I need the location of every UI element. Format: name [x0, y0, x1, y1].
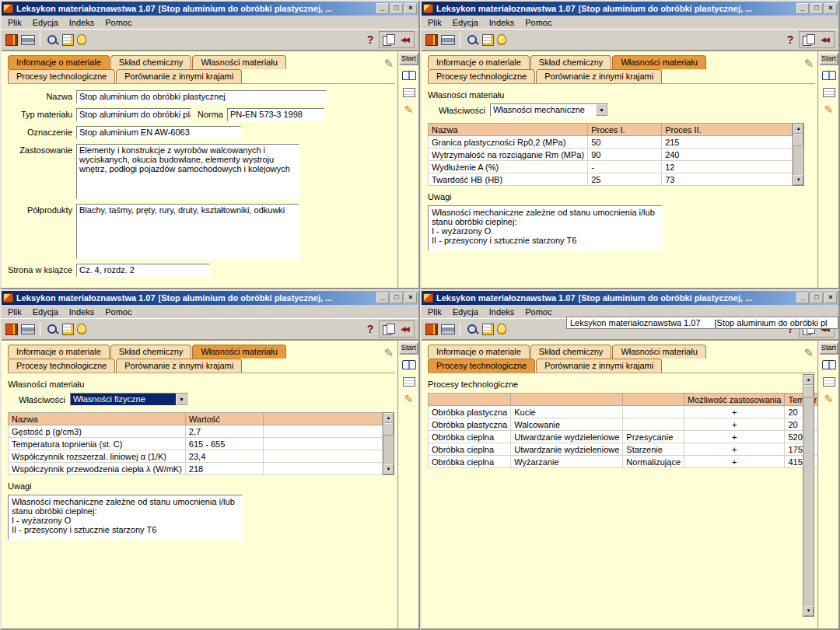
table-row[interactable]: Obróbka cieplna Wyżarzanie Normalizujące… [429, 456, 839, 468]
table-row[interactable]: Gęstość p (g/cm3) 2,7 [9, 425, 383, 438]
minimize-button[interactable]: _ [376, 3, 389, 14]
exit-icon[interactable] [425, 324, 438, 335]
search-icon[interactable] [45, 33, 59, 46]
scroll-thumb[interactable] [803, 385, 814, 397]
book-icon[interactable] [401, 68, 418, 82]
tab-porownanie[interactable]: Porównanie z innymi krajami [536, 359, 662, 373]
tab-procesy-technologiczne[interactable]: Procesy technologiczne [8, 359, 115, 373]
polprodukty-field[interactable]: Blachy, taśmy, pręty, rury, druty, kszta… [76, 204, 299, 259]
tab-procesy-technologiczne[interactable]: Procesy technologiczne [428, 69, 535, 83]
maximize-button[interactable]: □ [810, 3, 823, 14]
edit-pencil-icon[interactable]: ✎ [383, 57, 394, 71]
column-header[interactable] [511, 394, 623, 406]
minimize-button[interactable]: _ [376, 292, 389, 303]
table-row[interactable]: Twardość HB (HB) 25 73 [429, 173, 793, 186]
table-scrollbar[interactable]: ▲ ▼ [793, 123, 804, 186]
column-header[interactable] [429, 394, 511, 406]
uwagi-field[interactable]: Własności mechaniczne zależne od stanu u… [428, 205, 663, 250]
hint-icon[interactable] [497, 34, 506, 45]
index-icon[interactable] [482, 34, 494, 46]
start-button[interactable]: Start [819, 53, 838, 65]
table-row[interactable]: Współczynnik rozszerzal. liniowej α (1/K… [9, 450, 383, 463]
wlasciwosci-dropdown[interactable]: Własności fizyczne ▼ [70, 393, 188, 406]
tab-informacje-o-materiale[interactable]: Informacje o materiale [8, 55, 110, 69]
titlebar[interactable]: Leksykon materiałoznawstwa 1.07 [Stop al… [2, 291, 418, 305]
dropdown-arrow-icon[interactable]: ▼ [176, 394, 187, 405]
scroll-track[interactable] [803, 397, 814, 606]
wlasciwosci-dropdown[interactable]: Własności mechaniczne ▼ [490, 103, 608, 117]
menu-pomoc[interactable]: Pomoc [520, 17, 557, 28]
scroll-down-icon[interactable]: ▼ [793, 175, 803, 185]
titlebar[interactable]: Leksykon materiałoznawstwa 1.07 [Stop al… [422, 291, 838, 305]
column-header[interactable]: Proces II. [662, 124, 793, 136]
search-icon[interactable] [465, 323, 479, 335]
dropdown-arrow-icon[interactable]: ▼ [596, 104, 607, 116]
column-header[interactable] [623, 394, 684, 406]
book-icon[interactable] [821, 358, 838, 372]
cards-icon[interactable] [401, 86, 418, 100]
tab-informacje-o-materiale[interactable]: Informacje o materiale [8, 345, 110, 359]
table-row[interactable]: Obróbka cieplna Utwardzanie wydzieleniow… [429, 443, 839, 456]
scroll-track[interactable] [793, 146, 803, 175]
menu-edycja[interactable]: Edycja [447, 306, 484, 317]
edit-pencil-icon[interactable]: ✎ [803, 57, 814, 71]
strona-w-ksiazce-field[interactable]: Cz. 4, rozdz. 2 [76, 264, 210, 277]
scroll-thumb[interactable] [793, 134, 803, 146]
exit-icon[interactable] [5, 324, 18, 335]
menu-edycja[interactable]: Edycja [27, 17, 64, 28]
table-row[interactable]: Współczynnik przewodzenia ciepła λ (W/mK… [9, 463, 383, 475]
column-header[interactable] [263, 413, 382, 425]
close-button[interactable]: × [404, 292, 417, 303]
cards-icon[interactable] [401, 375, 418, 389]
tab-wlasnosci-materialu[interactable]: Własności materiału [192, 55, 285, 69]
maximize-button[interactable]: □ [390, 292, 403, 303]
scroll-up-icon[interactable]: ▲ [793, 124, 803, 134]
table-row[interactable]: Obróbka plastyczna Kucie + 20 [429, 406, 839, 418]
close-button[interactable]: × [404, 3, 417, 14]
start-button[interactable]: Start [819, 342, 838, 355]
edit-pencil-icon[interactable]: ✎ [383, 346, 394, 360]
edit-pencil-icon[interactable]: ✎ [803, 346, 814, 360]
column-header[interactable]: Proces I. [588, 124, 662, 136]
menu-indeks[interactable]: Indeks [484, 17, 520, 28]
menu-pomoc[interactable]: Pomoc [520, 306, 557, 317]
pages-icon[interactable] [382, 323, 395, 335]
tab-porownanie[interactable]: Porównanie z innymi krajami [116, 359, 242, 373]
page-scrollbar[interactable]: ▲ ▼ [803, 374, 814, 617]
pencil-icon[interactable]: ✎ [821, 392, 838, 406]
cards-icon[interactable] [821, 86, 838, 100]
tab-sklad-chemiczny[interactable]: Skład chemiczny [110, 55, 192, 69]
table-row[interactable]: Obróbka cieplna Utwardzanie wydzieleniow… [429, 431, 839, 443]
hint-icon[interactable] [77, 324, 86, 334]
tab-sklad-chemiczny[interactable]: Skład chemiczny [530, 55, 612, 69]
start-button[interactable]: Start [399, 342, 418, 355]
menu-edycja[interactable]: Edycja [27, 306, 64, 317]
column-header[interactable]: Nazwa [429, 124, 588, 136]
pages-icon[interactable] [382, 33, 395, 46]
pencil-icon[interactable]: ✎ [821, 103, 838, 117]
norma-field[interactable]: PN-EN 573-3 1998 [227, 108, 324, 121]
zastosowanie-field[interactable]: Elementy i konstrukcje z wyrobów walcowa… [76, 144, 299, 199]
hint-icon[interactable] [497, 324, 506, 334]
menu-pomoc[interactable]: Pomoc [100, 306, 137, 317]
maximize-button[interactable]: □ [390, 3, 403, 14]
menu-indeks[interactable]: Indeks [64, 17, 100, 28]
menu-edycja[interactable]: Edycja [447, 17, 484, 28]
scroll-track[interactable] [383, 436, 394, 464]
maximize-button[interactable]: □ [810, 292, 823, 303]
print-icon[interactable] [21, 324, 35, 334]
tab-sklad-chemiczny[interactable]: Skład chemiczny [530, 345, 612, 359]
table-row[interactable]: Obróbka plastyczna Walcowanie + 20 [429, 418, 839, 431]
tab-procesy-technologiczne[interactable]: Procesy technologiczne [8, 69, 115, 83]
tab-informacje-o-materiale[interactable]: Informacje o materiale [428, 345, 530, 359]
nazwa-field[interactable]: Stop aluminium do obróbki plastycznej [76, 90, 327, 103]
index-icon[interactable] [62, 34, 74, 46]
scroll-up-icon[interactable]: ▲ [803, 375, 814, 385]
print-icon[interactable] [441, 35, 455, 45]
tab-sklad-chemiczny[interactable]: Skład chemiczny [110, 345, 192, 359]
tab-procesy-technologiczne[interactable]: Procesy technologiczne [428, 359, 535, 373]
search-icon[interactable] [465, 33, 479, 46]
table-row[interactable]: Wydłużenie A (%) - 12 [429, 161, 793, 173]
tab-porownanie[interactable]: Porównanie z innymi krajami [536, 69, 662, 83]
column-header[interactable]: Wartość [185, 413, 263, 425]
